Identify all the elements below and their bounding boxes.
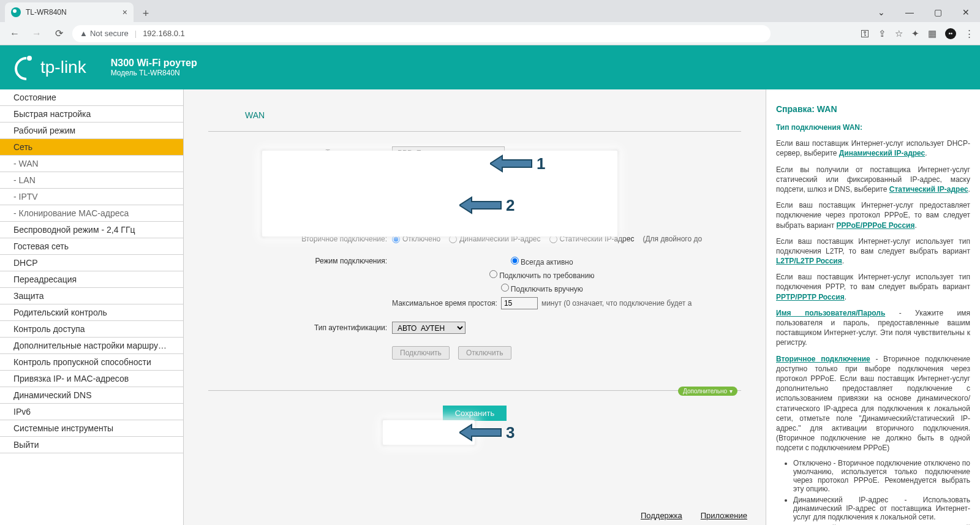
sidebar: Состояние Быстрая настройка Рабочий режи… bbox=[0, 89, 184, 525]
label-idle: Максимальное время простоя: bbox=[392, 299, 497, 308]
label-secondary: Вторичное подключение: bbox=[208, 235, 392, 243]
disconnect-button[interactable]: Отключить bbox=[458, 346, 511, 360]
help-panel: Справка: WAN Тип подключения WAN: Если в… bbox=[766, 89, 980, 525]
sidebar-item-dhcp[interactable]: DHCP bbox=[0, 255, 183, 271]
sidebar-item-ipv6[interactable]: IPv6 bbox=[0, 404, 183, 420]
sidebar-item-operation-mode[interactable]: Рабочий режим bbox=[0, 123, 183, 139]
mode-demand-radio[interactable]: Подключить по требованию bbox=[489, 270, 595, 280]
mode-manual-radio[interactable]: Подключить вручную bbox=[501, 284, 583, 293]
sidebar-item-status[interactable]: Состояние bbox=[0, 89, 183, 106]
extensions-icon[interactable]: ✦ bbox=[911, 28, 919, 39]
label-ppp-pass2: Подтвердить пароль: bbox=[208, 211, 392, 219]
sidebar-item-security[interactable]: Защита bbox=[0, 288, 183, 304]
main-content: WAN Тип подключения: PPPoE PPP имя польз… bbox=[184, 89, 766, 525]
not-secure-badge: ▲ Not secure bbox=[80, 29, 129, 38]
kebab-menu-icon[interactable]: ⋮ bbox=[965, 28, 974, 39]
sidebar-item-logout[interactable]: Выйти bbox=[0, 437, 183, 453]
secondary-dyn-radio[interactable]: Динамический IP-адрес bbox=[449, 235, 540, 243]
ppp-username-input[interactable] bbox=[392, 175, 472, 187]
password-key-icon[interactable]: ⚿ bbox=[861, 28, 870, 39]
sidebar-item-wireless[interactable]: Беспроводной режим - 2,4 ГГц bbox=[0, 222, 183, 238]
star-icon[interactable]: ☆ bbox=[895, 28, 903, 39]
sidebar-item-ip-mac[interactable]: Привязка IP- и MAC-адресов bbox=[0, 371, 183, 387]
window-dropdown-icon[interactable]: ⌄ bbox=[867, 2, 895, 22]
back-button[interactable]: ← bbox=[6, 25, 23, 42]
label-ppp-pass: PPP пароль: bbox=[208, 194, 392, 202]
advanced-toggle[interactable]: Дополнительно ▾ bbox=[678, 387, 737, 396]
router-header: tp-link N300 Wi-Fi роутер Модель TL-WR84… bbox=[0, 45, 980, 89]
page-title: WAN bbox=[245, 110, 741, 120]
secondary-note: (Для двойного до bbox=[643, 235, 702, 243]
window-maximize-icon[interactable]: ▢ bbox=[924, 2, 952, 22]
sidebar-item-guest[interactable]: Гостевая сеть bbox=[0, 238, 183, 255]
svg-marker-2 bbox=[459, 425, 501, 440]
idle-unit: минут (0 означает, что подключение будет… bbox=[541, 299, 692, 308]
address-bar[interactable]: ▲ Not secure | 192.168.0.1 bbox=[72, 25, 771, 42]
sidebar-item-ddns[interactable]: Динамический DNS bbox=[0, 387, 183, 404]
logo-mark-icon bbox=[15, 57, 36, 78]
window-close-icon[interactable]: ✕ bbox=[952, 2, 980, 22]
label-ppp-user: PPP имя пользователя: bbox=[208, 176, 392, 185]
svg-marker-1 bbox=[459, 197, 501, 213]
window-minimize-icon[interactable]: — bbox=[895, 2, 924, 22]
svg-marker-0 bbox=[490, 156, 532, 172]
new-tab-button[interactable]: + bbox=[137, 5, 154, 22]
sidebar-item-wan[interactable]: - WAN bbox=[0, 156, 183, 172]
browser-tab[interactable]: TL-WR840N × bbox=[5, 2, 134, 22]
sidebar-item-quick-setup[interactable]: Быстрая настройка bbox=[0, 106, 183, 123]
save-button[interactable]: Сохранить bbox=[443, 406, 507, 421]
help-title: Справка: WAN bbox=[776, 104, 970, 114]
max-idle-input[interactable] bbox=[501, 297, 538, 309]
annotation-arrow-2: 2 bbox=[459, 195, 514, 216]
checker-icon[interactable]: ▦ bbox=[928, 28, 937, 39]
app-link[interactable]: Приложение bbox=[701, 511, 747, 520]
help-li-dyn: Динамический IP-адрес - Использовать дин… bbox=[793, 496, 970, 521]
reload-button[interactable]: ⟳ bbox=[50, 25, 67, 42]
router-title: N300 Wi-Fi роутер bbox=[111, 58, 197, 69]
label-mode: Режим подключения: bbox=[208, 257, 392, 265]
chevron-down-icon: ▾ bbox=[729, 388, 733, 395]
sidebar-item-system[interactable]: Системные инструменты bbox=[0, 420, 183, 437]
sidebar-item-forwarding[interactable]: Переадресация bbox=[0, 271, 183, 288]
sidebar-item-network[interactable]: Сеть bbox=[0, 139, 183, 156]
brand-logo: tp-link bbox=[15, 57, 86, 78]
secondary-off-radio[interactable]: Отключено bbox=[392, 235, 440, 243]
share-icon[interactable]: ⇪ bbox=[878, 28, 886, 39]
label-auth: Тип аутентификации: bbox=[208, 323, 392, 332]
annotation-arrow-3: 3 bbox=[459, 422, 514, 443]
auth-type-select[interactable]: АВТО_АУТЕН bbox=[392, 322, 466, 334]
connection-type-select[interactable]: PPPoE bbox=[392, 146, 505, 159]
sidebar-item-mac-clone[interactable]: - Клонирование MAC-адреса bbox=[0, 205, 183, 222]
sidebar-item-lan[interactable]: - LAN bbox=[0, 172, 183, 189]
sidebar-item-iptv[interactable]: - IPTV bbox=[0, 189, 183, 205]
sidebar-item-routing[interactable]: Дополнительные настройки маршрутизации bbox=[0, 338, 183, 354]
sidebar-item-parental[interactable]: Родительский контроль bbox=[0, 304, 183, 321]
mode-always-radio[interactable]: Всегда активно bbox=[511, 257, 573, 266]
profile-avatar[interactable]: •• bbox=[945, 28, 956, 39]
tab-title: TL-WR840N bbox=[26, 8, 67, 17]
router-model: Модель TL-WR840N bbox=[111, 69, 197, 77]
url-text: 192.168.0.1 bbox=[143, 29, 185, 38]
sidebar-item-access[interactable]: Контроль доступа bbox=[0, 321, 183, 338]
sidebar-item-bandwidth[interactable]: Контроль пропускной способности bbox=[0, 354, 183, 371]
forward-button[interactable]: → bbox=[28, 25, 45, 42]
annotation-arrow-1: 1 bbox=[490, 153, 545, 174]
support-link[interactable]: Поддержка bbox=[641, 511, 682, 520]
connect-button[interactable]: Подключить bbox=[392, 346, 450, 360]
tab-favicon bbox=[11, 7, 21, 17]
help-li-off: Отключено - Вторичное подключение отключ… bbox=[793, 459, 970, 493]
label-conn-type: Тип подключения: bbox=[208, 148, 392, 157]
secondary-stat-radio[interactable]: Статический IP-адрес bbox=[549, 235, 635, 243]
close-tab-icon[interactable]: × bbox=[123, 7, 127, 17]
